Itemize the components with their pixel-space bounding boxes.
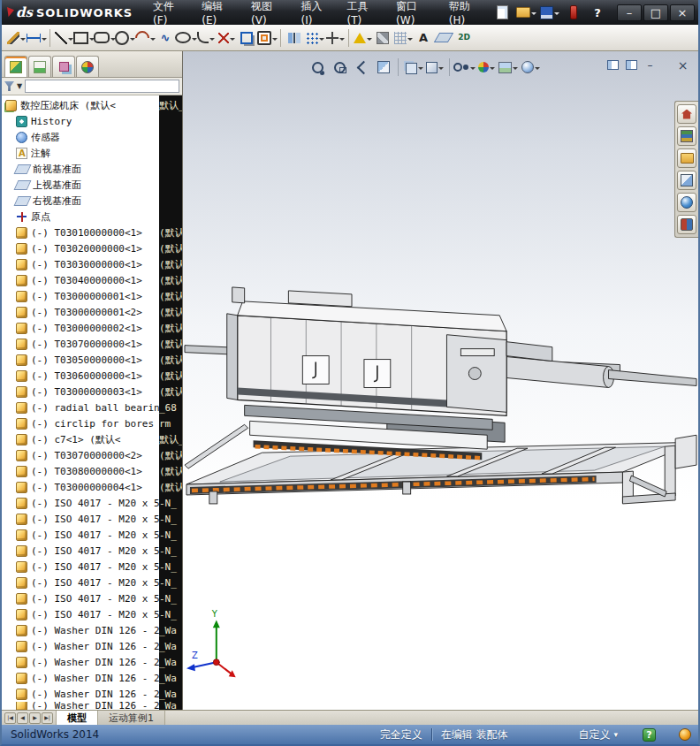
tree-filter-input[interactable] bbox=[25, 80, 179, 93]
previous-view-icon[interactable] bbox=[351, 57, 372, 77]
sketch-icon[interactable] bbox=[6, 27, 26, 49]
machine-assembly-model[interactable] bbox=[185, 287, 696, 504]
toggle-panes-icon[interactable] bbox=[605, 57, 621, 72]
solidworks-resources-icon[interactable] bbox=[677, 104, 696, 124]
tree-item[interactable]: (-) T03080000000<1> (默认< bbox=[2, 463, 182, 479]
tree-item[interactable]: (-) ISO 4017 - M20 x 55 -N_ bbox=[2, 606, 182, 622]
configuration-manager-tab-icon[interactable] bbox=[52, 56, 75, 77]
minimize-document-icon[interactable]: – bbox=[642, 57, 658, 72]
sketch-text-icon[interactable]: A bbox=[414, 27, 433, 49]
open-icon[interactable] bbox=[515, 3, 536, 22]
filter-funnel-icon[interactable] bbox=[4, 81, 14, 91]
tab-motion-study[interactable]: 运动算例1 bbox=[98, 711, 165, 725]
tabs-scroll-first-icon[interactable]: |◀ bbox=[4, 712, 16, 724]
feature-tree[interactable]: 数控压滤机床 (默认< 默认_显示 History 传感器 注解 前视基准面 上… bbox=[2, 95, 182, 710]
hide-show-items-icon[interactable] bbox=[453, 57, 475, 77]
menu-insert[interactable]: 插入(I) bbox=[293, 0, 339, 25]
tree-item[interactable]: (-) T03040000000<1> (默认< bbox=[2, 272, 182, 288]
tree-item[interactable]: (-) Washer DIN 126 - 22 _Wa bbox=[2, 622, 182, 638]
tree-item[interactable]: (-) ISO 4017 - M20 x 55 -N_ bbox=[2, 511, 182, 527]
display-style-icon[interactable] bbox=[424, 57, 445, 77]
tree-item[interactable]: (-) radial ball bearing _68 bbox=[2, 400, 182, 415]
tree-item[interactable]: (-) ISO 4017 - M20 x 55 -N_ bbox=[2, 590, 182, 606]
tree-item[interactable]: (-) T03050000000<1> (默认< bbox=[2, 352, 182, 368]
appearances-scenes-icon[interactable] bbox=[677, 193, 696, 212]
tree-item[interactable]: (-) ISO 4017 - M20 x 55 -N_ bbox=[2, 575, 182, 590]
offset-entities-icon[interactable] bbox=[257, 27, 277, 49]
view-orientation-icon[interactable] bbox=[402, 57, 423, 77]
tree-item[interactable]: (-) Washer DIN 126 - 22 _Wa bbox=[2, 686, 182, 702]
tabs-scroll-next-icon[interactable]: ▶ bbox=[29, 712, 41, 724]
tree-item[interactable]: History bbox=[2, 113, 182, 129]
quick-tips-icon[interactable]: ? bbox=[643, 728, 656, 742]
tree-item[interactable]: (-) T03010000000<1> (默认< bbox=[2, 225, 182, 240]
zoom-to-area-icon[interactable] bbox=[329, 57, 350, 77]
tree-item[interactable]: (-) ISO 4017 - M20 x 55 -N_ bbox=[2, 559, 182, 575]
tree-item[interactable]: (-) ISO 4017 - M20 x 55 -N_ bbox=[2, 495, 182, 511]
tree-item[interactable]: (-) Washer DIN 126 - 22 _Wa bbox=[2, 670, 182, 686]
move-entities-icon[interactable] bbox=[325, 27, 345, 49]
section-view-icon[interactable] bbox=[373, 57, 394, 77]
menu-file[interactable]: 文件(F) bbox=[145, 0, 194, 25]
view-settings-icon[interactable] bbox=[520, 57, 541, 77]
smart-dimension-icon[interactable] bbox=[27, 27, 46, 49]
tree-item[interactable]: (-) circlip for bores no rm bbox=[2, 415, 182, 431]
ellipse-icon[interactable] bbox=[176, 27, 195, 49]
repair-sketch-icon[interactable] bbox=[373, 27, 392, 49]
tree-root-assembly[interactable]: 数控压滤机床 (默认< 默认_显示 bbox=[2, 97, 182, 113]
close-window-icon[interactable]: × bbox=[670, 4, 695, 21]
property-manager-tab-icon[interactable] bbox=[28, 56, 51, 77]
split-view-icon[interactable] bbox=[623, 57, 640, 72]
model-canvas[interactable]: Y Z bbox=[183, 51, 698, 710]
quick-snaps-icon[interactable] bbox=[393, 27, 413, 49]
plane-tool-icon[interactable] bbox=[434, 27, 453, 49]
graphics-viewport[interactable]: Y Z bbox=[183, 51, 698, 710]
corner-rectangle-icon[interactable] bbox=[74, 27, 94, 49]
sketch-fillet-icon[interactable] bbox=[196, 27, 216, 49]
tree-item[interactable]: (-) c7<1> (默认< 默认_显示 bbox=[2, 431, 182, 447]
tree-item[interactable]: 上视基准面 bbox=[2, 177, 182, 193]
help-icon[interactable]: ? bbox=[587, 3, 608, 22]
centerpoint-arc-icon[interactable] bbox=[135, 27, 155, 49]
tree-item[interactable]: (-) ISO 4017 - M20 x 55 -N_ bbox=[2, 527, 182, 543]
minimize-window-icon[interactable]: – bbox=[617, 4, 642, 21]
tree-item[interactable]: (-) T03070000000<1> (默认< bbox=[2, 336, 182, 352]
edit-appearance-icon[interactable] bbox=[476, 57, 497, 77]
convert-entities-icon[interactable] bbox=[237, 27, 256, 49]
tree-item[interactable]: 原点 bbox=[2, 209, 182, 225]
linear-sketch-pattern-icon[interactable] bbox=[305, 27, 324, 49]
menu-view[interactable]: 视图(V) bbox=[243, 0, 293, 25]
tree-item[interactable]: (-) T03000000003<1> (默认< bbox=[2, 384, 182, 400]
new-document-icon[interactable] bbox=[491, 3, 513, 22]
menu-help[interactable]: 帮助(H) bbox=[441, 0, 491, 25]
tree-item[interactable]: (-) T03020000000<1> (默认< bbox=[2, 240, 182, 256]
tree-item[interactable]: 右视基准面 bbox=[2, 193, 182, 209]
view-palette-icon[interactable] bbox=[677, 171, 696, 190]
maximize-window-icon[interactable]: □ bbox=[643, 4, 668, 21]
circle-icon[interactable] bbox=[115, 27, 134, 49]
tree-item[interactable]: (-) T03060000000<1> (默认< bbox=[2, 368, 182, 384]
apply-scene-icon[interactable] bbox=[498, 57, 519, 77]
tree-item[interactable]: (-) T03000000001<2> (默认< bbox=[2, 304, 182, 320]
display-relations-icon[interactable] bbox=[353, 27, 372, 49]
tree-item[interactable]: (-) T03000000004<1> (默认< bbox=[2, 479, 182, 495]
instant-2d-icon[interactable]: 2D bbox=[454, 27, 474, 49]
line-icon[interactable] bbox=[54, 27, 73, 49]
custom-properties-icon[interactable] bbox=[677, 215, 696, 234]
command-toggle-icon[interactable] bbox=[563, 3, 584, 22]
close-document-icon[interactable]: × bbox=[674, 57, 691, 72]
file-explorer-icon[interactable] bbox=[677, 148, 696, 168]
tab-model[interactable]: 模型 bbox=[57, 711, 98, 725]
trim-entities-icon[interactable] bbox=[217, 27, 236, 49]
tree-item[interactable]: (-) T03000000001<1> (默认< bbox=[2, 288, 182, 304]
tree-item[interactable]: (-) T03000000002<1> (默认< bbox=[2, 320, 182, 336]
tree-item[interactable]: (-) T03030000000<1> (默认< bbox=[2, 256, 182, 272]
menu-tools[interactable]: 工具(T) bbox=[339, 0, 389, 25]
save-icon[interactable] bbox=[539, 3, 560, 22]
zoom-to-fit-icon[interactable] bbox=[307, 57, 328, 77]
spline-icon[interactable]: ∿ bbox=[156, 27, 175, 49]
menu-window[interactable]: 窗口(W) bbox=[388, 0, 441, 25]
tree-item[interactable]: (-) T03070000000<2> (默认< bbox=[2, 447, 182, 463]
tree-item[interactable]: 前视基准面 bbox=[2, 161, 182, 177]
mirror-entities-icon[interactable] bbox=[285, 27, 304, 49]
